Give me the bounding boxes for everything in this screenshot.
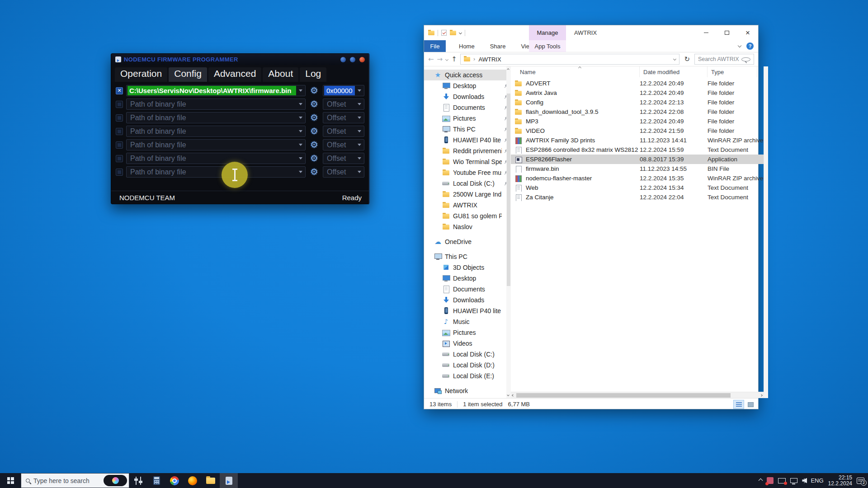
binary-path-field[interactable]: C:\Users\ServisNov\Desktop\AWTRIX\firmwa… [126, 85, 306, 96]
file-row-esp8266flasher[interactable]: ESP8266Flasher08.8.2017 15:39Application [511, 155, 764, 164]
network-status-icon[interactable] [790, 478, 797, 483]
recent-locations-chevron-icon[interactable] [445, 57, 448, 61]
file-row-flash-download-tool-3-9-5[interactable]: flash_download_tool_3.9.512.2.2024 22:08… [511, 107, 764, 117]
sidebar-item-desktop[interactable]: Desktop [424, 80, 511, 91]
binary-file-checkbox[interactable] [116, 114, 123, 122]
sidebar-scrollbar[interactable] [506, 66, 511, 398]
expand-ribbon-chevron-icon[interactable] [738, 43, 741, 47]
taskbar-app-nodemcu-flasher[interactable] [220, 473, 238, 488]
flasher-titlebar[interactable]: NODEMCU FIRMWARE PROGRAMMER [111, 54, 369, 65]
gear-icon[interactable]: ⚙ [309, 153, 320, 164]
sidebar-item-wio-terminal-spectrur[interactable]: Wio Terminal Spectrur [424, 156, 511, 167]
offset-field[interactable]: Offset [323, 153, 364, 164]
volume-button[interactable] [802, 478, 806, 483]
sidebar-item-local-disk-c[interactable]: Local Disk (C:) [424, 349, 511, 360]
taskbar-app-chrome[interactable] [165, 473, 184, 488]
sidebar-item-huawei-p40-lite[interactable]: HUAWEI P40 lite [424, 135, 511, 145]
flasher-minimize-button[interactable] [340, 57, 346, 62]
gear-icon[interactable]: ⚙ [309, 166, 320, 178]
dropdown-caret-icon[interactable] [358, 144, 361, 146]
sidebar-item-youtube-free-music[interactable]: Youtube Free music [424, 167, 511, 178]
flasher-tab-config[interactable]: Config [169, 67, 207, 82]
file-row-awtrix-java[interactable]: Awtrix Java12.2.2024 20:49File folder [511, 88, 764, 98]
breadcrumb-awtrix[interactable]: AWTRIX [479, 56, 671, 63]
sidebar-item-desktop[interactable]: Desktop [424, 273, 511, 284]
flasher-close-button[interactable] [359, 57, 365, 62]
horizontal-scrollbar-thumb[interactable] [516, 393, 731, 398]
dropdown-caret-icon[interactable] [358, 117, 361, 119]
help-icon[interactable]: ? [746, 42, 754, 50]
taskbar-app-mixer[interactable] [129, 473, 147, 488]
sidebar-item-naslov[interactable]: Naslov [424, 221, 511, 232]
tab-home[interactable]: Home [451, 40, 482, 52]
dropdown-caret-icon[interactable] [299, 171, 302, 173]
dropdown-caret-icon[interactable] [299, 103, 302, 105]
taskbar-app-calculator[interactable] [147, 473, 165, 488]
sidebar-item-awtrix[interactable]: AWTRIX [424, 200, 511, 211]
file-row-esp2866-controlled-8x32-matrix-ws2812-l[interactable]: ESP2866 controlled 8x32 matrix WS2812 L.… [511, 145, 764, 155]
back-button[interactable]: ← [428, 56, 434, 63]
dropdown-caret-icon[interactable] [358, 103, 361, 105]
sidebar-item-onedrive[interactable]: ☁OneDrive [424, 236, 511, 247]
vertical-scrollbar[interactable] [764, 66, 768, 398]
flasher-maximize-button[interactable] [350, 57, 355, 62]
tab-file[interactable]: File [424, 40, 446, 52]
scroll-down-icon[interactable] [507, 394, 509, 396]
sidebar-item-downloads[interactable]: Downloads [424, 91, 511, 102]
column-header-type[interactable]: Type [708, 66, 757, 77]
scroll-right-icon[interactable] [760, 394, 763, 397]
maximize-button[interactable] [717, 25, 737, 40]
address-input[interactable]: › AWTRIX [460, 54, 680, 65]
new-folder-icon[interactable] [450, 31, 456, 35]
dropdown-caret-icon[interactable] [299, 144, 302, 146]
gear-icon[interactable]: ⚙ [309, 85, 320, 96]
notifications-button[interactable]: 2 [857, 478, 864, 484]
dropdown-caret-icon[interactable] [299, 157, 302, 160]
sidebar-item-3d-objects[interactable]: 3D Objects [424, 262, 511, 273]
sidebar-item-reddit-privremeni2[interactable]: Reddit privremeni2 [424, 145, 511, 156]
gear-icon[interactable]: ⚙ [309, 99, 320, 110]
minimize-button[interactable] [696, 25, 717, 40]
file-row-mp3[interactable]: MP312.2.2024 20:49File folder [511, 117, 764, 126]
sidebar-item-pictures[interactable]: Pictures [424, 327, 511, 338]
up-button[interactable]: ↑ [451, 56, 457, 63]
sidebar-item-this-pc[interactable]: This PC [424, 124, 511, 135]
offset-field[interactable]: Offset [323, 126, 364, 137]
sidebar-scrollbar-thumb[interactable] [507, 94, 510, 286]
dropdown-caret-icon[interactable] [358, 89, 361, 92]
binary-file-checkbox[interactable] [116, 128, 123, 135]
sidebar-item-videos[interactable]: Videos [424, 338, 511, 349]
sidebar-item-documents[interactable]: Documents [424, 102, 511, 113]
sidebar-item-documents[interactable]: Documents [424, 284, 511, 295]
sidebar-item-downloads[interactable]: Downloads [424, 295, 511, 305]
tab-app-tools[interactable]: App Tools [529, 40, 566, 52]
binary-file-checkbox[interactable] [116, 141, 123, 149]
taskbar-clock[interactable]: 22:15 12.2.2024 [828, 475, 852, 487]
flasher-tab-advanced[interactable]: Advanced [208, 67, 261, 82]
dropdown-caret-icon[interactable] [358, 157, 361, 160]
close-button[interactable]: × [737, 25, 758, 40]
offset-field[interactable]: Offset [323, 139, 364, 150]
offset-field[interactable]: Offset [323, 112, 364, 123]
scroll-up-icon[interactable] [507, 68, 509, 71]
offset-field[interactable]: Offset [323, 166, 364, 178]
binary-file-checkbox[interactable] [116, 169, 123, 176]
flasher-tab-operation[interactable]: Operation [115, 67, 167, 82]
offset-field[interactable]: Offset [323, 99, 364, 110]
sidebar-item-this-pc[interactable]: This PC [424, 251, 511, 262]
binary-path-field[interactable]: Path of binary file [126, 112, 306, 123]
file-row-advert[interactable]: ADVERT12.2.2024 20:49File folder [511, 79, 764, 88]
language-indicator[interactable]: ENG [811, 477, 823, 484]
start-button[interactable] [0, 473, 21, 488]
dropdown-caret-icon[interactable] [358, 171, 361, 173]
address-dropdown-chevron-icon[interactable] [673, 57, 676, 60]
binary-file-checkbox[interactable] [116, 87, 123, 94]
file-row-web[interactable]: Web12.2.2024 15:34Text Document [511, 183, 764, 192]
binary-path-field[interactable]: Path of binary file [126, 99, 306, 110]
forward-button[interactable]: → [437, 56, 443, 63]
flasher-tab-log[interactable]: Log [300, 67, 326, 82]
customize-toolbar-chevron-icon[interactable] [459, 31, 462, 34]
sidebar-item-local-disk-d[interactable]: Local Disk (D:) [424, 360, 511, 371]
refresh-button[interactable]: ↻ [683, 55, 691, 63]
file-row-awtrix-family-3d-prints[interactable]: AWTRIX Family 3D prints11.12.2023 14:41W… [511, 136, 764, 145]
